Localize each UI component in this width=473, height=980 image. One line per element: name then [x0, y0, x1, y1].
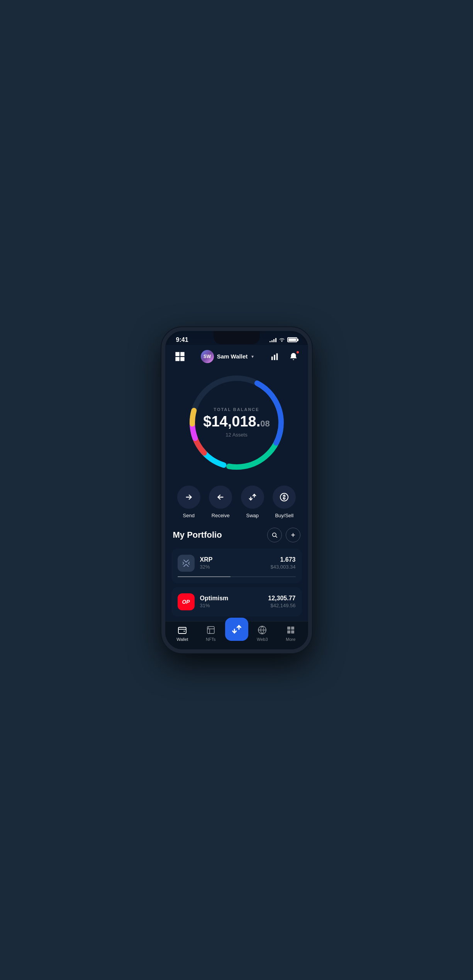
xrp-values: 1.673 $43,003.34 [270, 556, 295, 570]
user-name: Sam Wallet [217, 353, 248, 360]
swap-label: Swap [246, 513, 259, 518]
asset-card-optimism[interactable]: OP Optimism 31% 12,305.77 $42,149.56 [171, 587, 302, 617]
svg-rect-29 [287, 627, 290, 630]
optimism-icon: OP [178, 593, 195, 610]
xrp-progress-bar [178, 576, 296, 577]
asset-row-xrp: XRP 32% 1.673 $43,003.34 [178, 555, 296, 572]
battery-icon [287, 337, 297, 342]
wallet-nav-label: Wallet [176, 637, 188, 642]
svg-line-21 [276, 536, 277, 538]
nfts-nav-icon [205, 625, 216, 635]
svg-rect-2 [176, 357, 179, 360]
optimism-values: 12,305.77 $42,149.56 [268, 595, 295, 608]
optimism-info: Optimism 31% [200, 595, 263, 608]
phone-frame: 9:41 [161, 327, 312, 653]
wallet-nav-icon [177, 625, 188, 635]
signal-icon [270, 338, 276, 342]
svg-rect-4 [183, 357, 184, 358]
svg-point-25 [184, 630, 185, 632]
add-asset-button[interactable] [286, 528, 300, 542]
svg-rect-0 [176, 352, 179, 355]
qr-scan-button[interactable] [173, 350, 187, 363]
web3-nav-label: Web3 [257, 637, 268, 642]
svg-rect-32 [291, 630, 294, 634]
optimism-percent: 31% [200, 603, 263, 608]
avatar: SW [201, 350, 214, 363]
bottom-nav: Wallet NFTs [165, 621, 308, 649]
balance-center: TOTAL BALANCE $14,018.08 12 Assets [203, 407, 270, 438]
asset-card-xrp[interactable]: XRP 32% 1.673 $43,003.34 [171, 549, 302, 583]
balance-amount: $14,018.08 [203, 414, 270, 429]
balance-chart-section: TOTAL BALANCE $14,018.08 12 Assets [165, 367, 308, 482]
notification-badge [296, 350, 300, 354]
svg-rect-8 [274, 355, 275, 360]
optimism-usd: $42,149.56 [268, 603, 295, 608]
more-nav-label: More [286, 637, 295, 642]
more-nav-icon [285, 625, 296, 635]
receive-label: Receive [212, 513, 230, 518]
portfolio-header: My Portfolio [171, 528, 302, 542]
notch [214, 331, 260, 344]
xrp-usd: $43,003.34 [270, 564, 295, 570]
send-button[interactable]: Send [177, 486, 200, 518]
status-icons [270, 337, 297, 343]
send-icon [177, 486, 200, 509]
svg-rect-9 [276, 353, 278, 360]
nfts-nav-label: NFTs [206, 637, 216, 642]
app-content: SW Sam Wallet ▾ [165, 345, 308, 621]
asset-row-optimism: OP Optimism 31% 12,305.77 $42,149.56 [178, 593, 296, 610]
nav-item-more[interactable]: More [276, 625, 305, 642]
chevron-down-icon: ▾ [251, 354, 254, 359]
svg-rect-6 [182, 358, 184, 360]
svg-rect-24 [178, 627, 186, 634]
xrp-bar-fill [178, 576, 231, 577]
xrp-info: XRP 32% [200, 556, 265, 570]
notifications-button[interactable] [287, 350, 300, 363]
send-label: Send [183, 513, 195, 518]
wifi-icon [279, 337, 285, 343]
web3-nav-icon [257, 625, 268, 635]
buysell-icon [273, 486, 296, 509]
buysell-label: Buy/Sell [275, 513, 293, 518]
portfolio-title: My Portfolio [173, 530, 222, 540]
svg-point-20 [272, 533, 276, 536]
swap-center-button[interactable] [225, 618, 248, 641]
chart-button[interactable] [268, 350, 282, 363]
svg-rect-30 [291, 627, 294, 630]
svg-point-27 [208, 627, 209, 628]
status-time: 9:41 [176, 336, 188, 343]
user-selector[interactable]: SW Sam Wallet ▾ [201, 350, 254, 363]
receive-icon [209, 486, 232, 509]
portfolio-section: My Portfolio [165, 528, 308, 621]
header-right [268, 350, 300, 363]
xrp-icon [178, 555, 195, 572]
svg-rect-5 [181, 360, 181, 360]
optimism-amount: 12,305.77 [268, 595, 295, 602]
svg-rect-7 [271, 357, 273, 360]
donut-chart: TOTAL BALANCE $14,018.08 12 Assets [185, 370, 289, 475]
nav-item-wallet[interactable]: Wallet [168, 625, 197, 642]
optimism-name: Optimism [200, 595, 263, 602]
search-button[interactable] [267, 528, 282, 542]
assets-count: 12 Assets [203, 432, 270, 438]
xrp-name: XRP [200, 556, 265, 563]
xrp-percent: 32% [200, 564, 265, 570]
action-buttons: Send Receive [165, 482, 308, 528]
buysell-button[interactable]: Buy/Sell [273, 486, 296, 518]
nav-item-nfts[interactable]: NFTs [197, 625, 225, 642]
nav-item-web3[interactable]: Web3 [248, 625, 277, 642]
receive-button[interactable]: Receive [209, 486, 232, 518]
swap-button[interactable]: Swap [241, 486, 264, 518]
portfolio-actions [267, 528, 300, 542]
swap-icon [241, 486, 264, 509]
header: SW Sam Wallet ▾ [165, 345, 308, 367]
svg-rect-31 [287, 630, 290, 634]
svg-rect-1 [181, 352, 184, 355]
xrp-amount: 1.673 [270, 556, 295, 563]
balance-label: TOTAL BALANCE [203, 407, 270, 412]
